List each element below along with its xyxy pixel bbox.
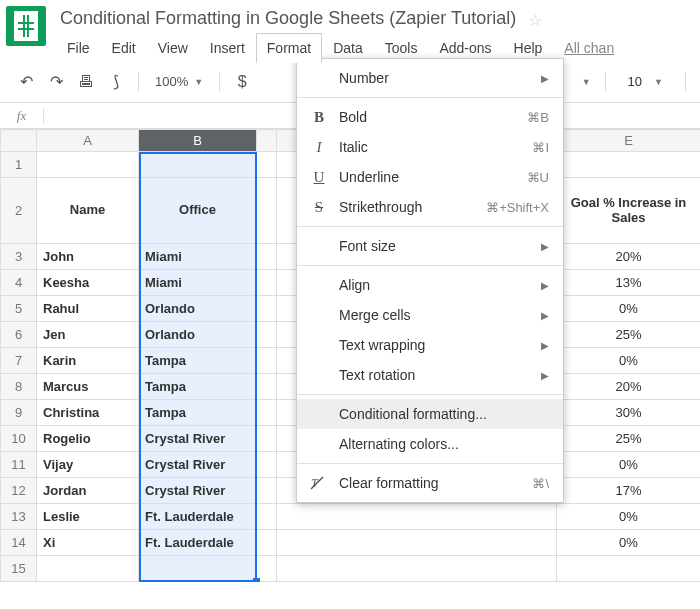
redo-button[interactable]: ↷ <box>44 70 68 94</box>
format-align[interactable]: Align ▶ <box>297 270 563 300</box>
doc-title[interactable]: Conditional Formatting in Google Sheets … <box>56 6 520 31</box>
cell-office[interactable]: Tampa <box>139 400 257 426</box>
cell-goal[interactable]: 20% <box>557 244 701 270</box>
format-font-size[interactable]: Font size ▶ <box>297 231 563 261</box>
cell[interactable] <box>37 556 139 582</box>
cell[interactable] <box>257 452 277 478</box>
cell-office[interactable]: Crystal River <box>139 478 257 504</box>
cell-goal[interactable]: 0% <box>557 452 701 478</box>
cell[interactable] <box>257 400 277 426</box>
menu-file[interactable]: File <box>56 33 101 63</box>
cell-name[interactable]: Leslie <box>37 504 139 530</box>
cell[interactable] <box>557 556 701 582</box>
row-header[interactable]: 8 <box>1 374 37 400</box>
cell-goal[interactable]: 0% <box>557 348 701 374</box>
row-header[interactable]: 3 <box>1 244 37 270</box>
cell-name[interactable]: John <box>37 244 139 270</box>
cell-name[interactable]: Vijay <box>37 452 139 478</box>
cell[interactable] <box>257 244 277 270</box>
paint-format-button[interactable]: ⟆ <box>104 70 128 94</box>
cell[interactable] <box>257 478 277 504</box>
format-underline[interactable]: U Underline ⌘U <box>297 162 563 192</box>
cell-goal[interactable]: 25% <box>557 426 701 452</box>
cell-goal[interactable]: 17% <box>557 478 701 504</box>
cell[interactable] <box>257 270 277 296</box>
select-all-cell[interactable] <box>1 130 37 152</box>
header-office[interactable]: Office <box>139 178 257 244</box>
cell-office[interactable]: Tampa <box>139 348 257 374</box>
row-header[interactable]: 14 <box>1 530 37 556</box>
format-alternating[interactable]: Alternating colors... <box>297 429 563 459</box>
menu-view[interactable]: View <box>147 33 199 63</box>
row-header[interactable]: 4 <box>1 270 37 296</box>
cell-name[interactable]: Christina <box>37 400 139 426</box>
row-header[interactable]: 9 <box>1 400 37 426</box>
format-bold[interactable]: B Bold ⌘B <box>297 102 563 132</box>
cell[interactable] <box>257 178 277 244</box>
cell-goal[interactable]: 25% <box>557 322 701 348</box>
row-header[interactable]: 13 <box>1 504 37 530</box>
cell-office[interactable]: Crystal River <box>139 426 257 452</box>
cell-name[interactable]: Keesha <box>37 270 139 296</box>
format-merge[interactable]: Merge cells ▶ <box>297 300 563 330</box>
cell[interactable] <box>257 504 277 530</box>
cell[interactable] <box>257 374 277 400</box>
zoom-select[interactable]: 100% ▼ <box>149 74 209 89</box>
format-italic[interactable]: I Italic ⌘I <box>297 132 563 162</box>
cell[interactable] <box>257 556 277 582</box>
format-wrap[interactable]: Text wrapping ▶ <box>297 330 563 360</box>
cell[interactable] <box>257 296 277 322</box>
cell[interactable] <box>37 152 139 178</box>
cell-office[interactable]: Orlando <box>139 322 257 348</box>
cell-goal[interactable]: 20% <box>557 374 701 400</box>
cell-goal[interactable]: 30% <box>557 400 701 426</box>
format-strikethrough[interactable]: S Strikethrough ⌘+Shift+X <box>297 192 563 222</box>
cell[interactable] <box>139 556 257 582</box>
cell-office[interactable]: Ft. Lauderdale <box>139 504 257 530</box>
cell-name[interactable]: Jordan <box>37 478 139 504</box>
menu-insert[interactable]: Insert <box>199 33 256 63</box>
row-header[interactable]: 10 <box>1 426 37 452</box>
cell-name[interactable]: Karin <box>37 348 139 374</box>
menu-edit[interactable]: Edit <box>101 33 147 63</box>
cell-office[interactable]: Ft. Lauderdale <box>139 530 257 556</box>
cell-name[interactable]: Xi <box>37 530 139 556</box>
format-clear[interactable]: T Clear formatting ⌘\ <box>297 468 563 498</box>
cell-name[interactable]: Rahul <box>37 296 139 322</box>
menu-format[interactable]: Format <box>256 33 322 63</box>
sheets-logo[interactable] <box>6 6 46 46</box>
header-goal[interactable]: Goal % Increase in Sales <box>557 178 701 244</box>
cell[interactable] <box>277 504 557 530</box>
cell-goal[interactable]: 13% <box>557 270 701 296</box>
cell[interactable] <box>557 152 701 178</box>
cell-office[interactable]: Crystal River <box>139 452 257 478</box>
cell[interactable] <box>257 348 277 374</box>
cell[interactable] <box>257 152 277 178</box>
col-header-B[interactable]: B <box>139 130 257 152</box>
cell[interactable] <box>277 530 557 556</box>
font-size-select[interactable]: 10 ▼ <box>620 74 671 89</box>
cell-office[interactable]: Tampa <box>139 374 257 400</box>
format-conditional[interactable]: Conditional formatting... <box>297 399 563 429</box>
format-number[interactable]: Number ▶ <box>297 63 563 93</box>
cell-office[interactable]: Miami <box>139 244 257 270</box>
row-header[interactable]: 12 <box>1 478 37 504</box>
print-button[interactable]: 🖶 <box>74 70 98 94</box>
cell-office[interactable]: Miami <box>139 270 257 296</box>
cell-goal[interactable]: 0% <box>557 530 701 556</box>
cell-office[interactable]: Orlando <box>139 296 257 322</box>
header-name[interactable]: Name <box>37 178 139 244</box>
star-icon[interactable]: ☆ <box>528 12 542 29</box>
col-header-A[interactable]: A <box>37 130 139 152</box>
currency-button[interactable]: $ <box>230 70 254 94</box>
cell[interactable] <box>139 152 257 178</box>
format-rotation[interactable]: Text rotation ▶ <box>297 360 563 390</box>
cell[interactable] <box>257 426 277 452</box>
cell-name[interactable]: Marcus <box>37 374 139 400</box>
row-header[interactable]: 15 <box>1 556 37 582</box>
row-header[interactable]: 7 <box>1 348 37 374</box>
cell-name[interactable]: Jen <box>37 322 139 348</box>
row-header[interactable]: 1 <box>1 152 37 178</box>
cell[interactable] <box>277 556 557 582</box>
cell[interactable] <box>257 530 277 556</box>
